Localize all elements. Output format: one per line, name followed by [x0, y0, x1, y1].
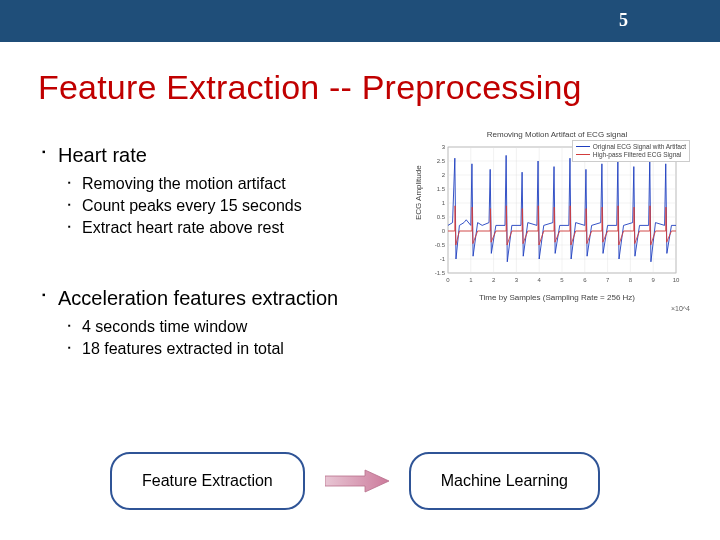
svg-marker-43	[325, 470, 389, 492]
flow-box-machine-learning: Machine Learning	[409, 452, 600, 510]
bullet-accel-item: 18 features extracted in total	[42, 340, 682, 358]
flow-arrow-icon	[325, 467, 389, 495]
svg-text:3: 3	[442, 144, 446, 150]
chart-ylabel: ECG Amplitude	[414, 165, 423, 220]
header-bar	[0, 0, 720, 42]
legend-swatch-0	[576, 146, 590, 147]
svg-text:8: 8	[629, 277, 633, 283]
flow-diagram: Feature Extraction Machine Learning	[110, 452, 600, 510]
chart-legend: Original ECG Signal with Artifact High-p…	[572, 140, 690, 162]
svg-text:1.5: 1.5	[437, 186, 446, 192]
svg-text:6: 6	[583, 277, 587, 283]
svg-text:7: 7	[606, 277, 610, 283]
svg-text:5: 5	[560, 277, 564, 283]
svg-text:0.5: 0.5	[437, 214, 446, 220]
svg-text:2.5: 2.5	[437, 158, 446, 164]
svg-text:2: 2	[442, 172, 446, 178]
svg-text:-0.5: -0.5	[435, 242, 446, 248]
svg-text:0: 0	[446, 277, 450, 283]
chart-svg: 012345678910-1.5-1-0.500.511.522.53	[422, 141, 682, 291]
flow-box-feature-extraction: Feature Extraction	[110, 452, 305, 510]
legend-label-0: Original ECG Signal with Artifact	[593, 143, 686, 151]
svg-text:10: 10	[673, 277, 680, 283]
svg-text:1: 1	[442, 200, 446, 206]
legend-swatch-1	[576, 154, 590, 155]
svg-text:1: 1	[469, 277, 473, 283]
page-number: 5	[619, 10, 628, 31]
svg-text:-1: -1	[440, 256, 446, 262]
bullet-accel-item: 4 seconds time window	[42, 318, 682, 336]
chart-x-scale-note: ×10^4	[671, 305, 690, 312]
svg-text:4: 4	[538, 277, 542, 283]
chart-title: Removing Motion Artifact of ECG signal	[422, 130, 692, 139]
slide-title: Feature Extraction -- Preprocessing	[38, 68, 582, 107]
svg-text:0: 0	[442, 228, 446, 234]
svg-text:2: 2	[492, 277, 496, 283]
svg-text:-1.5: -1.5	[435, 270, 446, 276]
ecg-chart: Removing Motion Artifact of ECG signal E…	[422, 130, 692, 310]
svg-text:3: 3	[515, 277, 519, 283]
legend-label-1: High-pass Filtered ECG Signal	[593, 151, 682, 159]
svg-text:9: 9	[652, 277, 656, 283]
chart-xlabel: Time by Samples (Sampling Rate = 256 Hz)	[422, 293, 692, 302]
